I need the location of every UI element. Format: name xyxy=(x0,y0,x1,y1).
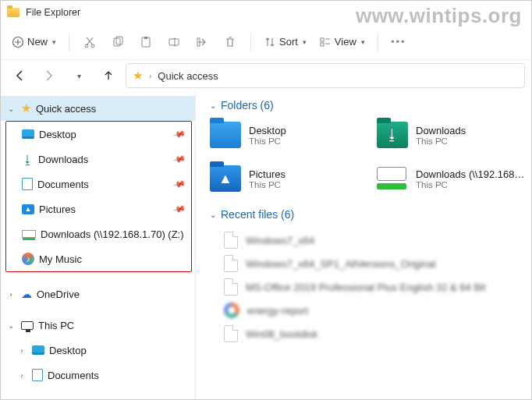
cut-button[interactable] xyxy=(77,30,102,55)
sidebar-thispc-desktop[interactable]: › Desktop xyxy=(1,338,195,363)
share-button[interactable] xyxy=(190,30,215,55)
recent-file-item[interactable]: Win08_bootdisk xyxy=(210,322,531,345)
sidebar-item-label: Desktop xyxy=(39,129,169,140)
music-icon: ♪ xyxy=(22,253,34,265)
recent-locations-button[interactable]: ▾ xyxy=(66,63,91,88)
window-title: File Explorer xyxy=(26,7,80,18)
copy-icon xyxy=(112,36,124,48)
download-icon: ⭳ xyxy=(22,154,34,165)
collapse-icon[interactable]: ⌄ xyxy=(5,321,16,330)
forward-button[interactable] xyxy=(37,63,62,88)
svg-rect-6 xyxy=(144,37,147,39)
document-icon xyxy=(32,369,43,381)
sidebar-thispc-documents[interactable]: › Documents xyxy=(1,363,195,388)
folder-item-downloads[interactable]: ⭳ Downloads This PC xyxy=(377,119,525,150)
sidebar-onedrive[interactable]: › ☁ OneDrive xyxy=(1,281,195,306)
sidebar-item-label: OneDrive xyxy=(37,288,189,300)
sidebar-item-network-downloads[interactable]: Downloads (\\192.168.1.70) (Z:) xyxy=(6,221,191,246)
sort-button[interactable]: Sort ▾ xyxy=(259,30,311,55)
sidebar-item-downloads[interactable]: ⭳ Downloads 📌 xyxy=(6,147,191,172)
sidebar-this-pc[interactable]: ⌄ This PC xyxy=(1,313,195,338)
sidebar-item-label: Desktop xyxy=(49,345,189,356)
pin-icon: 📌 xyxy=(172,152,187,166)
star-icon: ★ xyxy=(133,69,143,83)
sidebar-item-label: Pictures xyxy=(39,204,169,215)
new-button[interactable]: New ▾ xyxy=(7,30,61,55)
network-drive-icon xyxy=(377,165,408,192)
sidebar: ⌄ ★ Quick access Desktop 📌 ⭳ Downloads 📌… xyxy=(1,91,196,399)
recent-file-name: Windows7_x64 xyxy=(246,235,314,246)
folder-item-network-downloads[interactable]: Downloads (\\192.168.1.70) (Z:) This PC xyxy=(377,163,525,194)
download-icon: ⭳ xyxy=(377,122,408,148)
sidebar-item-my-music[interactable]: ♪ My Music xyxy=(6,246,191,271)
folders-section-header[interactable]: ⌄ Folders (6) xyxy=(210,99,531,112)
delete-button[interactable] xyxy=(218,30,243,55)
chevron-down-icon: ▾ xyxy=(77,72,81,80)
breadcrumb-separator-icon: › xyxy=(149,72,151,80)
up-button[interactable] xyxy=(96,63,121,88)
share-icon xyxy=(196,36,208,48)
recent-file-item[interactable]: Windows7_x64 xyxy=(210,228,531,252)
folder-name: Downloads (\\192.168.1.70) (Z:) xyxy=(416,168,525,180)
sidebar-item-desktop[interactable]: Desktop 📌 xyxy=(6,122,191,147)
sidebar-item-label: Documents xyxy=(48,370,189,381)
pin-icon: 📌 xyxy=(172,177,187,191)
monitor-icon xyxy=(21,321,34,330)
chevron-down-icon: ⌄ xyxy=(210,211,216,219)
highlight-box: Desktop 📌 ⭳ Downloads 📌 Documents 📌 ▲ Pi… xyxy=(5,121,192,272)
folder-item-desktop[interactable]: Desktop This PC xyxy=(210,119,358,150)
folder-location: This PC xyxy=(249,136,286,146)
more-button[interactable]: ••• xyxy=(386,30,411,55)
arrow-up-icon xyxy=(102,69,115,82)
folder-item-pictures[interactable]: ▲ Pictures This PC xyxy=(210,163,358,194)
back-button[interactable] xyxy=(7,63,32,88)
rename-button[interactable] xyxy=(161,30,186,55)
network-drive-icon xyxy=(22,230,36,238)
expand-icon[interactable]: › xyxy=(16,346,27,355)
expand-icon[interactable]: › xyxy=(5,290,16,299)
nav-row: ▾ ★ › Quick access xyxy=(1,60,531,91)
sidebar-item-label: Downloads (\\192.168.1.70) (Z:) xyxy=(41,228,185,240)
new-button-label: New xyxy=(27,36,48,48)
recent-file-item[interactable]: Windows7_x64_SP1_AllVersions_Original xyxy=(210,252,531,275)
folder-name: Downloads xyxy=(416,125,466,136)
folder-location: This PC xyxy=(416,136,466,146)
recent-files-list: Windows7_x64 Windows7_x64_SP1_AllVersion… xyxy=(210,228,531,345)
toolbar-separator xyxy=(378,33,378,51)
chevron-down-icon: ⌄ xyxy=(210,101,216,110)
file-icon xyxy=(224,255,238,272)
breadcrumb-current[interactable]: Quick access xyxy=(158,70,218,82)
arrow-right-icon xyxy=(43,69,55,82)
view-button[interactable]: View ▾ xyxy=(314,30,370,55)
sidebar-item-label: My Music xyxy=(39,253,185,265)
sidebar-item-documents[interactable]: Documents 📌 xyxy=(6,172,191,196)
chevron-down-icon: ▾ xyxy=(361,38,365,46)
recent-section-header[interactable]: ⌄ Recent files (6) xyxy=(210,208,531,221)
pin-icon: 📌 xyxy=(172,202,187,216)
collapse-icon[interactable]: ⌄ xyxy=(5,104,16,113)
recent-file-item[interactable]: MS-Office 2019 Professional Plus English… xyxy=(210,275,531,299)
paste-button[interactable] xyxy=(133,30,158,55)
recent-file-name: Win08_bootdisk xyxy=(246,328,318,340)
document-icon xyxy=(22,178,33,190)
chevron-down-icon: ▾ xyxy=(303,38,307,46)
star-icon: ★ xyxy=(21,101,31,115)
recent-file-name: energy-report xyxy=(247,305,308,317)
address-bar[interactable]: ★ › Quick access xyxy=(126,63,525,88)
desktop-icon xyxy=(32,345,44,355)
expand-icon[interactable]: › xyxy=(16,371,27,380)
recent-header-label: Recent files (6) xyxy=(221,208,294,221)
pictures-icon: ▲ xyxy=(22,204,34,214)
app-icon xyxy=(7,8,20,17)
plus-circle-icon xyxy=(12,36,24,48)
svg-rect-10 xyxy=(321,43,324,46)
sidebar-item-pictures[interactable]: ▲ Pictures 📌 xyxy=(6,196,191,221)
recent-file-item[interactable]: energy-report xyxy=(210,299,531,322)
file-icon xyxy=(224,232,238,249)
trash-icon xyxy=(224,36,236,48)
sidebar-item-label: Downloads xyxy=(38,154,169,165)
svg-rect-7 xyxy=(169,39,179,45)
copy-button[interactable] xyxy=(105,30,130,55)
sidebar-quick-access[interactable]: ⌄ ★ Quick access xyxy=(1,96,195,121)
sort-icon xyxy=(264,36,276,48)
